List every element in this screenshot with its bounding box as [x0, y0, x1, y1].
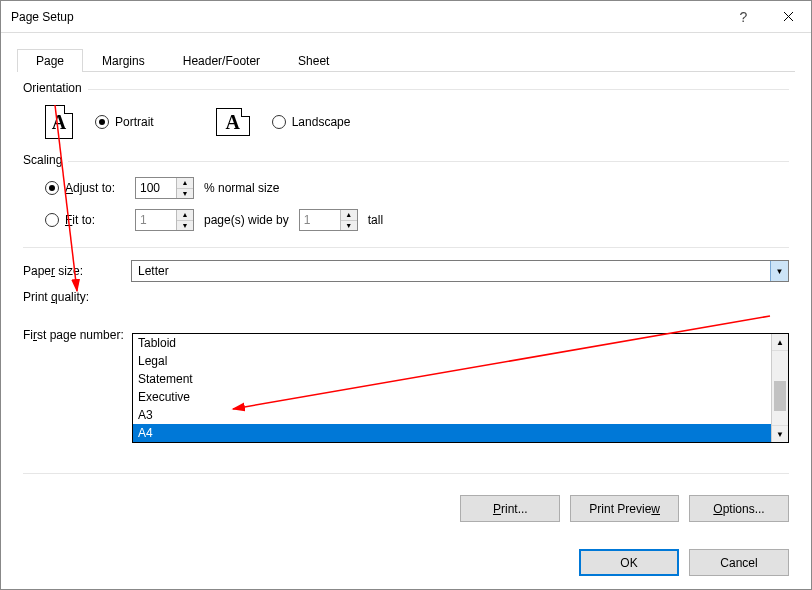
spin-down-icon[interactable]: ▼	[177, 189, 193, 199]
divider	[23, 247, 789, 248]
adjust-percent-input[interactable]	[136, 178, 176, 198]
adjust-to-label: Adjust to:	[65, 181, 115, 195]
radio-icon	[272, 115, 286, 129]
tabstrip: Page Margins Header/Footer Sheet	[17, 46, 811, 71]
adjust-suffix: % normal size	[204, 181, 279, 195]
landscape-label: Landscape	[292, 115, 351, 129]
fit-mid-label: page(s) wide by	[204, 213, 289, 227]
cancel-button[interactable]: Cancel	[689, 549, 789, 576]
paper-size-combo[interactable]: Letter ▼	[131, 260, 789, 282]
chevron-down-icon[interactable]: ▼	[770, 261, 788, 281]
radio-icon	[45, 213, 59, 227]
tab-header-footer[interactable]: Header/Footer	[164, 49, 279, 72]
tab-sheet[interactable]: Sheet	[279, 49, 348, 72]
fit-to-radio[interactable]: Fit to:	[45, 213, 125, 227]
radio-icon	[95, 115, 109, 129]
scroll-track[interactable]	[772, 351, 788, 425]
divider	[23, 473, 789, 474]
portrait-preview-icon: A	[45, 105, 73, 139]
titlebar: Page Setup ?	[1, 1, 811, 33]
adjust-percent-spinner[interactable]: ▲▼	[135, 177, 194, 199]
print-button[interactable]: Print...	[460, 495, 560, 522]
portrait-radio[interactable]: Portrait	[95, 115, 154, 129]
landscape-radio[interactable]: Landscape	[272, 115, 351, 129]
spin-up-icon[interactable]: ▲	[177, 178, 193, 189]
scroll-thumb[interactable]	[774, 381, 786, 411]
adjust-to-radio[interactable]: Adjust to:	[45, 181, 125, 195]
landscape-preview-icon: A	[216, 108, 250, 136]
spin-down-icon[interactable]: ▼	[177, 221, 193, 231]
dropdown-scrollbar[interactable]: ▲ ▼	[771, 334, 788, 442]
fit-to-label: Fit to:	[65, 213, 95, 227]
help-button[interactable]: ?	[721, 2, 766, 32]
tab-underline	[17, 71, 795, 72]
scaling-group-label: Scaling	[23, 153, 62, 167]
fit-tall-input[interactable]	[300, 210, 340, 230]
paper-size-dropdown[interactable]: Tabloid Legal Statement Executive A3 A4 …	[132, 333, 789, 443]
spin-up-icon[interactable]: ▲	[341, 210, 357, 221]
divider	[68, 161, 789, 162]
divider	[88, 89, 789, 90]
options-button[interactable]: Options...	[689, 495, 789, 522]
window-title: Page Setup	[11, 10, 721, 24]
ok-button[interactable]: OK	[579, 549, 679, 576]
portrait-label: Portrait	[115, 115, 154, 129]
paper-size-label: Paper size:	[23, 264, 131, 278]
tab-margins[interactable]: Margins	[83, 49, 164, 72]
close-icon	[783, 11, 794, 22]
scroll-up-icon[interactable]: ▲	[772, 334, 788, 351]
spin-down-icon[interactable]: ▼	[341, 221, 357, 231]
close-button[interactable]	[766, 2, 811, 32]
paper-size-value: Letter	[132, 264, 770, 278]
radio-icon	[45, 181, 59, 195]
orientation-group-label: Orientation	[23, 81, 82, 95]
scroll-down-icon[interactable]: ▼	[772, 425, 788, 442]
fit-tall-spinner[interactable]: ▲▼	[299, 209, 358, 231]
paper-option-legal[interactable]: Legal	[133, 352, 771, 370]
spin-up-icon[interactable]: ▲	[177, 210, 193, 221]
print-preview-button[interactable]: Print Preview	[570, 495, 679, 522]
paper-option-a4[interactable]: A4	[133, 424, 771, 442]
paper-option-a3[interactable]: A3	[133, 406, 771, 424]
paper-option-statement[interactable]: Statement	[133, 370, 771, 388]
paper-option-executive[interactable]: Executive	[133, 388, 771, 406]
fit-wide-spinner[interactable]: ▲▼	[135, 209, 194, 231]
tab-page[interactable]: Page	[17, 49, 83, 72]
paper-option-tabloid[interactable]: Tabloid	[133, 334, 771, 352]
fit-suffix: tall	[368, 213, 383, 227]
fit-wide-input[interactable]	[136, 210, 176, 230]
print-quality-label: Print quality:	[23, 290, 131, 304]
